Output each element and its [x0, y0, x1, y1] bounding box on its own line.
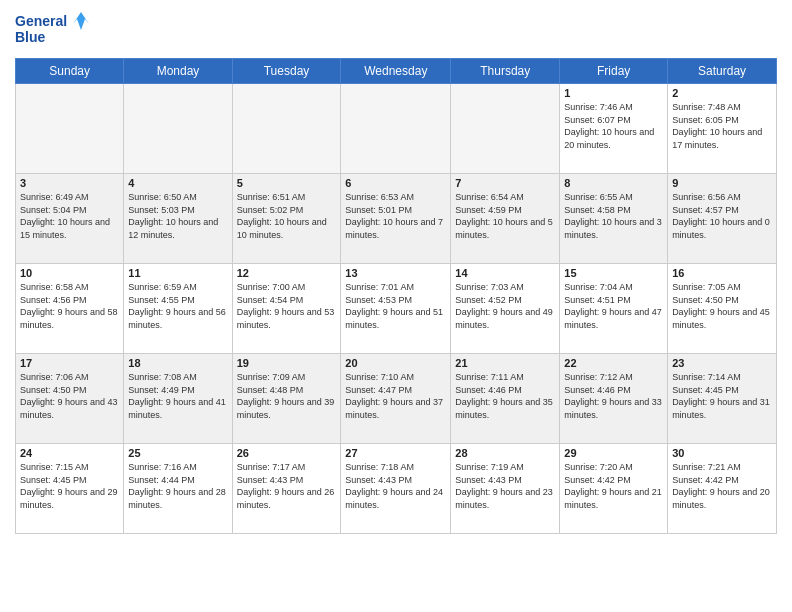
calendar-cell [16, 84, 124, 174]
cell-content: Sunrise: 6:51 AM Sunset: 5:02 PM Dayligh… [237, 191, 337, 241]
svg-marker-2 [73, 12, 89, 30]
logo: General Blue [15, 10, 95, 50]
cell-content: Sunrise: 6:59 AM Sunset: 4:55 PM Dayligh… [128, 281, 227, 331]
calendar-cell: 1Sunrise: 7:46 AM Sunset: 6:07 PM Daylig… [560, 84, 668, 174]
day-number: 20 [345, 357, 446, 369]
calendar-cell: 6Sunrise: 6:53 AM Sunset: 5:01 PM Daylig… [341, 174, 451, 264]
cell-content: Sunrise: 7:00 AM Sunset: 4:54 PM Dayligh… [237, 281, 337, 331]
header: General Blue [15, 10, 777, 50]
day-number: 3 [20, 177, 119, 189]
calendar-cell: 16Sunrise: 7:05 AM Sunset: 4:50 PM Dayli… [668, 264, 777, 354]
cell-content: Sunrise: 7:09 AM Sunset: 4:48 PM Dayligh… [237, 371, 337, 421]
calendar-cell [451, 84, 560, 174]
calendar-week-row: 1Sunrise: 7:46 AM Sunset: 6:07 PM Daylig… [16, 84, 777, 174]
calendar-cell: 21Sunrise: 7:11 AM Sunset: 4:46 PM Dayli… [451, 354, 560, 444]
cell-content: Sunrise: 7:14 AM Sunset: 4:45 PM Dayligh… [672, 371, 772, 421]
calendar-cell: 30Sunrise: 7:21 AM Sunset: 4:42 PM Dayli… [668, 444, 777, 534]
cell-content: Sunrise: 7:20 AM Sunset: 4:42 PM Dayligh… [564, 461, 663, 511]
calendar-day-header: Monday [124, 59, 232, 84]
calendar-cell: 19Sunrise: 7:09 AM Sunset: 4:48 PM Dayli… [232, 354, 341, 444]
day-number: 24 [20, 447, 119, 459]
calendar-cell: 22Sunrise: 7:12 AM Sunset: 4:46 PM Dayli… [560, 354, 668, 444]
calendar-week-row: 10Sunrise: 6:58 AM Sunset: 4:56 PM Dayli… [16, 264, 777, 354]
day-number: 19 [237, 357, 337, 369]
day-number: 28 [455, 447, 555, 459]
day-number: 30 [672, 447, 772, 459]
calendar-cell: 27Sunrise: 7:18 AM Sunset: 4:43 PM Dayli… [341, 444, 451, 534]
calendar-cell: 17Sunrise: 7:06 AM Sunset: 4:50 PM Dayli… [16, 354, 124, 444]
day-number: 11 [128, 267, 227, 279]
calendar-cell: 18Sunrise: 7:08 AM Sunset: 4:49 PM Dayli… [124, 354, 232, 444]
cell-content: Sunrise: 7:11 AM Sunset: 4:46 PM Dayligh… [455, 371, 555, 421]
cell-content: Sunrise: 6:50 AM Sunset: 5:03 PM Dayligh… [128, 191, 227, 241]
calendar-cell: 12Sunrise: 7:00 AM Sunset: 4:54 PM Dayli… [232, 264, 341, 354]
cell-content: Sunrise: 6:58 AM Sunset: 4:56 PM Dayligh… [20, 281, 119, 331]
day-number: 2 [672, 87, 772, 99]
calendar-cell: 14Sunrise: 7:03 AM Sunset: 4:52 PM Dayli… [451, 264, 560, 354]
cell-content: Sunrise: 7:10 AM Sunset: 4:47 PM Dayligh… [345, 371, 446, 421]
calendar-cell: 11Sunrise: 6:59 AM Sunset: 4:55 PM Dayli… [124, 264, 232, 354]
cell-content: Sunrise: 7:15 AM Sunset: 4:45 PM Dayligh… [20, 461, 119, 511]
calendar-day-header: Tuesday [232, 59, 341, 84]
calendar-day-header: Thursday [451, 59, 560, 84]
cell-content: Sunrise: 7:03 AM Sunset: 4:52 PM Dayligh… [455, 281, 555, 331]
calendar-cell: 25Sunrise: 7:16 AM Sunset: 4:44 PM Dayli… [124, 444, 232, 534]
day-number: 29 [564, 447, 663, 459]
cell-content: Sunrise: 7:18 AM Sunset: 4:43 PM Dayligh… [345, 461, 446, 511]
calendar-week-row: 17Sunrise: 7:06 AM Sunset: 4:50 PM Dayli… [16, 354, 777, 444]
calendar-cell [124, 84, 232, 174]
calendar-cell: 3Sunrise: 6:49 AM Sunset: 5:04 PM Daylig… [16, 174, 124, 264]
calendar-cell: 20Sunrise: 7:10 AM Sunset: 4:47 PM Dayli… [341, 354, 451, 444]
calendar-cell: 13Sunrise: 7:01 AM Sunset: 4:53 PM Dayli… [341, 264, 451, 354]
day-number: 9 [672, 177, 772, 189]
day-number: 6 [345, 177, 446, 189]
calendar-day-header: Saturday [668, 59, 777, 84]
calendar-cell: 23Sunrise: 7:14 AM Sunset: 4:45 PM Dayli… [668, 354, 777, 444]
calendar-cell: 15Sunrise: 7:04 AM Sunset: 4:51 PM Dayli… [560, 264, 668, 354]
calendar-cell [341, 84, 451, 174]
calendar-cell: 26Sunrise: 7:17 AM Sunset: 4:43 PM Dayli… [232, 444, 341, 534]
cell-content: Sunrise: 7:17 AM Sunset: 4:43 PM Dayligh… [237, 461, 337, 511]
day-number: 1 [564, 87, 663, 99]
cell-content: Sunrise: 6:55 AM Sunset: 4:58 PM Dayligh… [564, 191, 663, 241]
cell-content: Sunrise: 6:49 AM Sunset: 5:04 PM Dayligh… [20, 191, 119, 241]
cell-content: Sunrise: 7:16 AM Sunset: 4:44 PM Dayligh… [128, 461, 227, 511]
calendar-cell: 28Sunrise: 7:19 AM Sunset: 4:43 PM Dayli… [451, 444, 560, 534]
cell-content: Sunrise: 7:06 AM Sunset: 4:50 PM Dayligh… [20, 371, 119, 421]
cell-content: Sunrise: 7:04 AM Sunset: 4:51 PM Dayligh… [564, 281, 663, 331]
page-container: General Blue SundayMondayTuesdayWednesda… [0, 0, 792, 539]
cell-content: Sunrise: 7:21 AM Sunset: 4:42 PM Dayligh… [672, 461, 772, 511]
day-number: 18 [128, 357, 227, 369]
cell-content: Sunrise: 7:08 AM Sunset: 4:49 PM Dayligh… [128, 371, 227, 421]
calendar-cell: 2Sunrise: 7:48 AM Sunset: 6:05 PM Daylig… [668, 84, 777, 174]
calendar-cell [232, 84, 341, 174]
calendar-cell: 5Sunrise: 6:51 AM Sunset: 5:02 PM Daylig… [232, 174, 341, 264]
cell-content: Sunrise: 6:54 AM Sunset: 4:59 PM Dayligh… [455, 191, 555, 241]
calendar-cell: 9Sunrise: 6:56 AM Sunset: 4:57 PM Daylig… [668, 174, 777, 264]
day-number: 21 [455, 357, 555, 369]
cell-content: Sunrise: 6:53 AM Sunset: 5:01 PM Dayligh… [345, 191, 446, 241]
calendar-day-header: Wednesday [341, 59, 451, 84]
logo-svg: General Blue [15, 10, 95, 50]
cell-content: Sunrise: 7:12 AM Sunset: 4:46 PM Dayligh… [564, 371, 663, 421]
day-number: 26 [237, 447, 337, 459]
day-number: 14 [455, 267, 555, 279]
cell-content: Sunrise: 7:05 AM Sunset: 4:50 PM Dayligh… [672, 281, 772, 331]
svg-text:Blue: Blue [15, 29, 46, 45]
day-number: 13 [345, 267, 446, 279]
day-number: 23 [672, 357, 772, 369]
calendar-day-header: Sunday [16, 59, 124, 84]
cell-content: Sunrise: 6:56 AM Sunset: 4:57 PM Dayligh… [672, 191, 772, 241]
day-number: 15 [564, 267, 663, 279]
calendar-table: SundayMondayTuesdayWednesdayThursdayFrid… [15, 58, 777, 534]
calendar-week-row: 24Sunrise: 7:15 AM Sunset: 4:45 PM Dayli… [16, 444, 777, 534]
day-number: 16 [672, 267, 772, 279]
calendar-cell: 29Sunrise: 7:20 AM Sunset: 4:42 PM Dayli… [560, 444, 668, 534]
day-number: 25 [128, 447, 227, 459]
day-number: 12 [237, 267, 337, 279]
cell-content: Sunrise: 7:01 AM Sunset: 4:53 PM Dayligh… [345, 281, 446, 331]
cell-content: Sunrise: 7:48 AM Sunset: 6:05 PM Dayligh… [672, 101, 772, 151]
calendar-week-row: 3Sunrise: 6:49 AM Sunset: 5:04 PM Daylig… [16, 174, 777, 264]
calendar-cell: 8Sunrise: 6:55 AM Sunset: 4:58 PM Daylig… [560, 174, 668, 264]
svg-text:General: General [15, 13, 67, 29]
